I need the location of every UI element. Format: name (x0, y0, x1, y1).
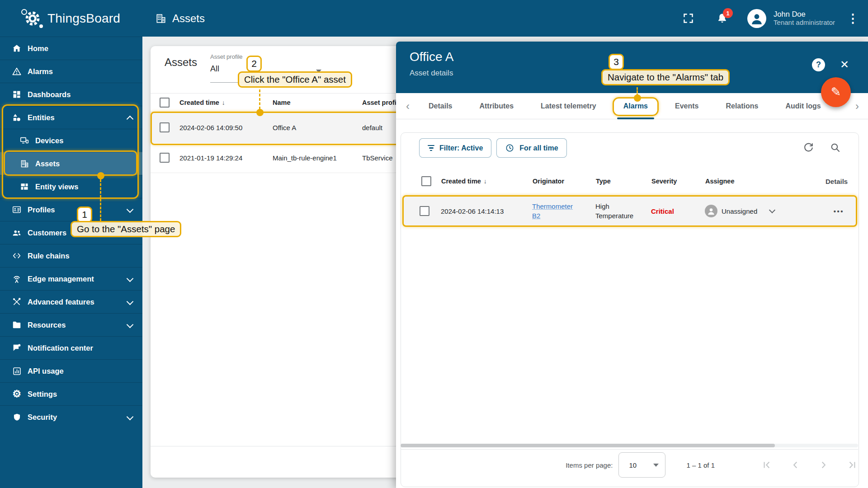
asset-row-main-rule-engine[interactable]: 2021-01-19 14:29:24 Main_tb-rule-engine1… (151, 143, 402, 173)
profiles-card-icon (11, 204, 22, 215)
annotation-label-1: Go to the "Assets" page (71, 221, 181, 237)
sidebar-item-rule-chains[interactable]: Rule chains (0, 244, 142, 267)
annotation-step-number-3: 3 (609, 54, 624, 70)
refresh-icon[interactable] (803, 142, 814, 153)
horizontal-scrollbar-track (401, 444, 858, 447)
assignee-dropdown-icon[interactable] (769, 207, 775, 213)
help-icon[interactable]: ? (812, 58, 825, 71)
sidebar-item-api-usage[interactable]: API usage (0, 359, 142, 382)
building-icon (155, 13, 167, 24)
tab-latest-telemetry[interactable]: Latest telemetry (527, 93, 610, 119)
col-severity[interactable]: Severity (645, 178, 699, 185)
cell-severity: Critical (645, 207, 698, 215)
asset-details-panel: Office A Asset details ? ✕ ✎ ‹ Details A… (396, 42, 868, 488)
items-per-page-label: Items per page: (566, 461, 613, 469)
panel-tabs: ‹ Details Attributes Latest telemetry Al… (396, 93, 868, 119)
select-all-checkbox[interactable] (160, 98, 170, 108)
thingsboard-logo-icon (22, 8, 43, 29)
topbar-actions: 1 John Doe Tenant administrator ⋮ (682, 9, 868, 28)
tab-events[interactable]: Events (661, 93, 712, 119)
avatar[interactable] (747, 9, 766, 28)
card-footer-divider (151, 446, 402, 446)
sidebar-item-advanced-features[interactable]: Advanced features (0, 290, 142, 313)
clock-icon (505, 143, 514, 153)
sidebar: ThingsBoard Home Alarms Dashboards Entit… (0, 0, 142, 488)
tab-attributes[interactable]: Attributes (466, 93, 527, 119)
sidebar-item-dashboards[interactable]: Dashboards (0, 83, 142, 106)
annotation-box-office-a-row (151, 112, 402, 145)
gear-icon: ⚙ (11, 389, 22, 399)
api-usage-chart-icon (11, 366, 22, 376)
items-per-page-select[interactable]: 10 (618, 452, 665, 478)
first-page-icon[interactable] (761, 459, 773, 471)
sidebar-item-edge-management[interactable]: Edge management (0, 267, 142, 290)
row-checkbox[interactable] (160, 153, 170, 163)
sort-desc-icon: ↓ (222, 99, 225, 106)
sort-desc-icon: ↓ (484, 178, 487, 185)
assignee-avatar-icon (705, 205, 717, 217)
cell-alarm-type: High Temperature (589, 202, 641, 221)
annotation-dot-3 (634, 94, 641, 102)
next-page-icon[interactable] (818, 459, 830, 471)
annotation-step-number-2: 2 (246, 56, 262, 72)
warning-icon (11, 66, 22, 77)
chevron-down-icon (127, 321, 134, 328)
asset-profile-filter[interactable]: Asset profile All (210, 53, 337, 74)
cell-created-time: 2021-01-19 14:29:24 (179, 154, 273, 162)
chevron-down-icon (127, 298, 134, 305)
dashboards-icon (11, 89, 22, 100)
sidebar-item-alarms[interactable]: Alarms (0, 60, 142, 83)
sidebar-item-home[interactable]: Home (0, 37, 142, 60)
page-title-group: Assets (155, 12, 205, 25)
originator-link[interactable]: Thermometer B2 (526, 202, 582, 221)
tab-details[interactable]: Details (415, 93, 466, 119)
assets-table-header: Created time↓ Name Asset profile (151, 93, 402, 112)
annotation-line-2 (259, 89, 260, 109)
tab-relations[interactable]: Relations (712, 93, 772, 119)
close-icon[interactable]: ✕ (840, 58, 849, 71)
col-type[interactable]: Type (590, 178, 645, 185)
sidebar-item-notification-center[interactable]: Notification center (0, 336, 142, 359)
col-name[interactable]: Name (273, 99, 362, 106)
alarm-time-filter-button[interactable]: For all time (496, 138, 566, 158)
annotation-label-2: Click the "Office A" asset (238, 71, 352, 88)
sidebar-item-security[interactable]: Security (0, 405, 142, 428)
search-icon[interactable] (830, 142, 841, 153)
sidebar-item-resources[interactable]: Resources (0, 313, 142, 336)
antenna-icon (11, 273, 22, 284)
home-icon (11, 43, 22, 54)
assignee-cell: Unassigned (698, 205, 819, 217)
pagination-divider (401, 449, 858, 450)
panel-title: Office A (410, 50, 454, 64)
asset-profile-filter-label: Asset profile (210, 53, 337, 60)
user-info[interactable]: John Doe Tenant administrator (774, 9, 835, 27)
kebab-menu-icon[interactable]: ⋮ (847, 11, 859, 26)
row-checkbox[interactable] (420, 206, 429, 216)
tabs-scroll-left-icon[interactable]: ‹ (406, 100, 415, 113)
select-all-checkbox[interactable] (421, 176, 431, 186)
horizontal-scrollbar-thumb[interactable] (401, 444, 775, 447)
last-page-icon[interactable] (846, 459, 858, 471)
edit-fab-button[interactable]: ✎ (821, 77, 851, 107)
col-created-time[interactable]: Created time (179, 99, 219, 106)
previous-page-icon[interactable] (789, 459, 801, 471)
col-assignee[interactable]: Assignee (699, 178, 819, 185)
tabs-scroll-right-icon[interactable]: › (855, 100, 864, 113)
chevron-down-icon (127, 413, 134, 421)
annotation-line-1 (100, 179, 101, 221)
notifications-bell-icon[interactable]: 1 (716, 12, 728, 24)
col-created-time[interactable]: Created time (441, 178, 481, 185)
sidebar-item-profiles[interactable]: Profiles (0, 198, 142, 221)
cell-name: Main_tb-rule-engine1 (273, 154, 362, 162)
fullscreen-icon[interactable] (682, 12, 694, 24)
assets-card-title: Assets (165, 56, 197, 69)
alarm-details-kebab-icon[interactable]: ••• (819, 207, 856, 215)
alarm-row[interactable]: 2024-02-06 14:14:13 Thermometer B2 High … (402, 195, 857, 227)
user-role: Tenant administrator (774, 19, 835, 27)
annotation-box-assets-item (4, 150, 137, 176)
col-originator[interactable]: Originator (526, 178, 590, 185)
sidebar-item-settings[interactable]: ⚙ Settings (0, 382, 142, 405)
app-logo[interactable]: ThingsBoard (0, 0, 142, 37)
alarm-filter-button[interactable]: Filter: Active (419, 138, 491, 158)
annotation-label-3: Navigate to the "Alarms" tab (601, 69, 730, 85)
